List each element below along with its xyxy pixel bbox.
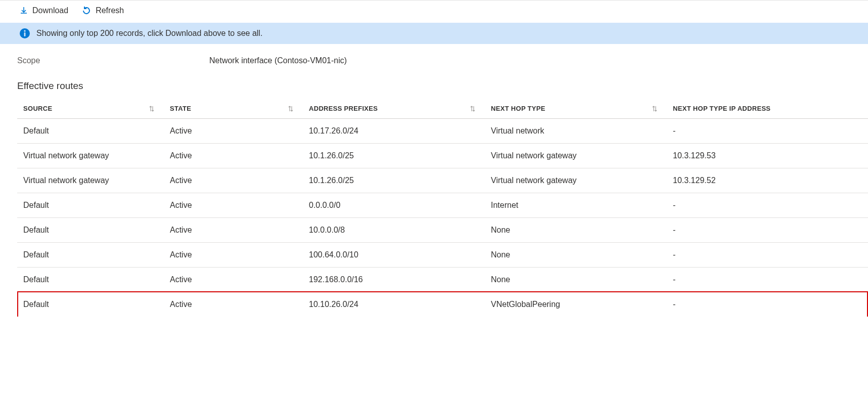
table-row[interactable]: DefaultActive192.168.0.0/16None- [17,268,868,292]
download-button[interactable]: Download [19,6,68,15]
ip-cell: - [667,243,868,268]
source-cell: Default [17,218,164,243]
table-row[interactable]: Virtual network gatewayActive10.1.26.0/2… [17,168,868,193]
prefix-cell: 10.17.26.0/24 [303,119,485,144]
col-header-state[interactable]: State [164,99,303,119]
refresh-icon [81,6,92,16]
svg-point-1 [24,30,25,32]
ip-cell: 10.3.129.52 [667,168,868,193]
sort-icon [149,105,155,112]
scope-value: Network interface (Contoso-VM01-nic) [209,56,347,65]
col-header-ip-label: Next Hop Type IP Address [673,105,770,112]
prefix-cell: 10.1.26.0/25 [303,144,485,168]
hop-cell: None [485,268,667,292]
table-header-row: Source State [17,99,868,119]
prefix-cell: 0.0.0.0/0 [303,193,485,218]
table-row[interactable]: DefaultActive10.17.26.0/24Virtual networ… [17,119,868,144]
download-icon [19,6,28,15]
routes-table: Source State [17,99,868,317]
table-row[interactable]: DefaultActive0.0.0.0/0Internet- [17,193,868,218]
source-cell: Default [17,292,164,317]
source-cell: Default [17,193,164,218]
col-header-prefix-label: Address Prefixes [309,105,378,112]
info-icon [19,28,30,39]
table-row[interactable]: Virtual network gatewayActive10.1.26.0/2… [17,144,868,168]
prefix-cell: 192.168.0.0/16 [303,268,485,292]
col-header-hop-label: Next Hop Type [491,105,545,112]
state-cell: Active [164,168,303,193]
source-cell: Virtual network gateway [17,144,164,168]
source-cell: Default [17,243,164,268]
hop-cell: Virtual network gateway [485,144,667,168]
ip-cell: - [667,292,868,317]
info-banner-text: Showing only top 200 records, click Down… [36,29,262,38]
state-cell: Active [164,119,303,144]
ip-cell: - [667,218,868,243]
ip-cell: - [667,119,868,144]
ip-cell: 10.3.129.53 [667,144,868,168]
hop-cell: Internet [485,193,667,218]
col-header-state-label: State [170,105,191,112]
refresh-label: Refresh [96,6,124,15]
source-cell: Default [17,119,164,144]
table-row[interactable]: DefaultActive10.10.26.0/24VNetGlobalPeer… [17,292,868,317]
hop-cell: Virtual network [485,119,667,144]
sort-icon [652,105,658,112]
svg-rect-2 [24,32,26,36]
hop-cell: None [485,243,667,268]
col-header-source[interactable]: Source [17,99,164,119]
state-cell: Active [164,268,303,292]
ip-cell: - [667,193,868,218]
sort-icon [288,105,294,112]
table-row[interactable]: DefaultActive10.0.0.0/8None- [17,218,868,243]
col-header-hop[interactable]: Next Hop Type [485,99,667,119]
source-cell: Default [17,268,164,292]
state-cell: Active [164,218,303,243]
info-banner: Showing only top 200 records, click Down… [0,23,868,44]
sort-icon [470,105,476,112]
state-cell: Active [164,193,303,218]
prefix-cell: 100.64.0.0/10 [303,243,485,268]
routes-table-wrap: Source State [0,99,868,317]
download-label: Download [32,6,68,15]
col-header-prefix[interactable]: Address Prefixes [303,99,485,119]
toolbar: Download Refresh [0,1,868,23]
refresh-button[interactable]: Refresh [81,6,124,16]
prefix-cell: 10.0.0.0/8 [303,218,485,243]
state-cell: Active [164,144,303,168]
prefix-cell: 10.10.26.0/24 [303,292,485,317]
state-cell: Active [164,292,303,317]
prefix-cell: 10.1.26.0/25 [303,168,485,193]
ip-cell: - [667,268,868,292]
table-row[interactable]: DefaultActive100.64.0.0/10None- [17,243,868,268]
scope-row: Scope Network interface (Contoso-VM01-ni… [0,44,868,68]
hop-cell: Virtual network gateway [485,168,667,193]
state-cell: Active [164,243,303,268]
scope-label: Scope [17,56,209,65]
source-cell: Virtual network gateway [17,168,164,193]
section-title: Effective routes [0,68,868,99]
col-header-source-label: Source [23,105,52,112]
col-header-ip: Next Hop Type IP Address [667,99,868,119]
hop-cell: VNetGlobalPeering [485,292,667,317]
hop-cell: None [485,218,667,243]
